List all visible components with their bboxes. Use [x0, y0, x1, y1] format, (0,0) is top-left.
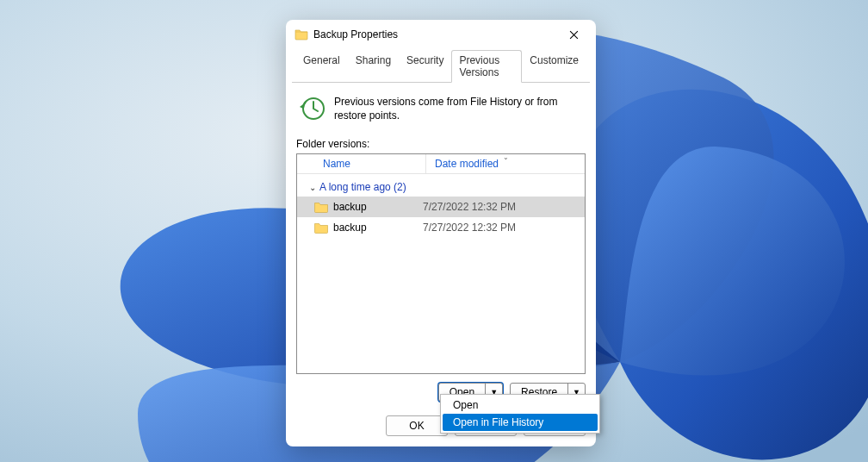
window-title: Backup Properties [313, 28, 555, 41]
tab-general[interactable]: General [295, 50, 348, 83]
column-header-name[interactable]: Name [297, 154, 426, 173]
list-item-name: backup [333, 201, 367, 213]
tab-sharing[interactable]: Sharing [348, 50, 399, 83]
folder-icon [314, 202, 328, 213]
tab-strip: General Sharing Security Previous Versio… [292, 49, 590, 83]
list-group-header[interactable]: ⌄ A long time ago (2) [297, 174, 585, 197]
properties-dialog: Backup Properties General Sharing Securi… [286, 20, 596, 446]
close-button[interactable] [555, 22, 592, 47]
close-icon [569, 30, 579, 40]
folder-icon [314, 222, 328, 234]
chevron-down-icon: ⌄ [309, 183, 316, 192]
sort-indicator-icon: ⌄ [503, 153, 509, 161]
versions-list[interactable]: Name ⌄ Date modified ⌄ A long time ago (… [296, 153, 586, 374]
list-item[interactable]: backup 7/27/2022 12:32 PM [297, 217, 585, 238]
menu-item-open[interactable]: Open [443, 396, 598, 414]
tab-customize[interactable]: Customize [522, 50, 586, 83]
titlebar[interactable]: Backup Properties [286, 20, 596, 49]
column-header-date-label: Date modified [435, 158, 499, 170]
tab-security[interactable]: Security [399, 50, 451, 83]
open-dropdown-menu: Open Open in File History [440, 394, 600, 434]
group-label: A long time ago (2) [319, 181, 406, 193]
column-header-date[interactable]: ⌄ Date modified [426, 154, 585, 173]
list-item[interactable]: backup 7/27/2022 12:32 PM [297, 197, 585, 217]
folder-icon [294, 28, 308, 41]
list-item-date: 7/27/2022 12:32 PM [423, 222, 516, 234]
description-text: Previous versions come from File History… [334, 95, 584, 122]
list-item-name: backup [333, 222, 367, 234]
list-item-date: 7/27/2022 12:32 PM [423, 201, 516, 213]
history-icon [298, 95, 326, 122]
tab-content: Previous versions come from File History… [286, 83, 596, 412]
ok-button[interactable]: OK [386, 415, 448, 436]
tab-previous-versions[interactable]: Previous Versions [451, 50, 522, 83]
folder-versions-label: Folder versions: [296, 138, 586, 150]
menu-item-open-file-history[interactable]: Open in File History [443, 414, 598, 431]
